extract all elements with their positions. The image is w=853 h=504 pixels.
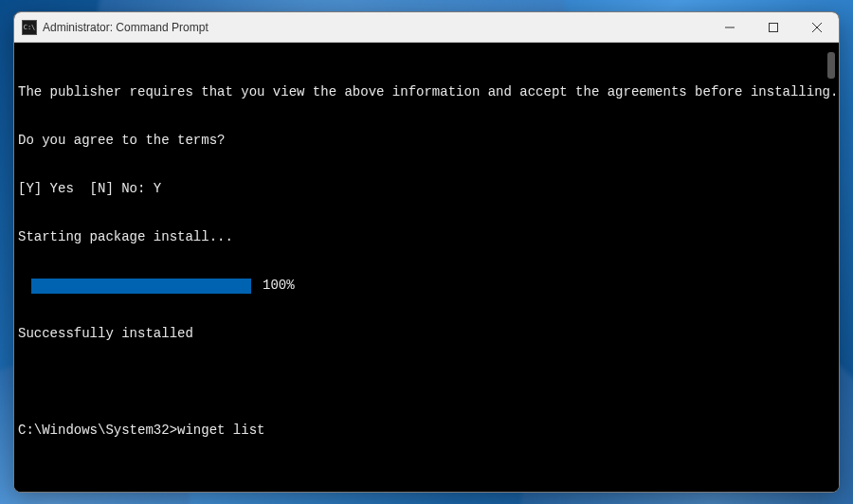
entered-command: winget list: [177, 423, 264, 438]
maximize-icon: [769, 23, 778, 32]
output-line: Starting package install...: [18, 229, 831, 245]
command-prompt-window: C:\ Administrator: Command Prompt The pu…: [13, 11, 840, 493]
window-title: Administrator: Command Prompt: [43, 21, 708, 34]
output-line: [Y] Yes [N] No: Y: [18, 181, 831, 197]
progress-percent: 100%: [263, 278, 295, 294]
close-button[interactable]: [795, 12, 839, 42]
app-icon: C:\: [22, 20, 37, 35]
blank-line: [18, 374, 831, 390]
prompt-path: C:\Windows\System32>: [18, 423, 177, 438]
terminal-body[interactable]: The publisher requires that you view the…: [14, 43, 839, 492]
minimize-button[interactable]: [708, 12, 752, 42]
prompt-line: C:\Windows\System32>winget list: [18, 423, 831, 439]
progress-line: 100%: [18, 278, 831, 294]
titlebar[interactable]: C:\ Administrator: Command Prompt: [14, 12, 839, 43]
scrollbar-track[interactable]: [824, 46, 837, 488]
maximize-button[interactable]: [752, 12, 795, 42]
terminal-content: The publisher requires that you view the…: [18, 52, 831, 471]
output-line: Successfully installed: [18, 326, 831, 342]
output-line: Do you agree to the terms?: [18, 133, 831, 149]
window-controls: [708, 12, 839, 42]
close-icon: [812, 23, 822, 32]
output-line: The publisher requires that you view the…: [18, 84, 831, 100]
svg-rect-1: [770, 23, 778, 31]
progress-bar: [31, 279, 251, 294]
scrollbar-thumb[interactable]: [827, 52, 835, 79]
minimize-icon: [725, 23, 735, 32]
